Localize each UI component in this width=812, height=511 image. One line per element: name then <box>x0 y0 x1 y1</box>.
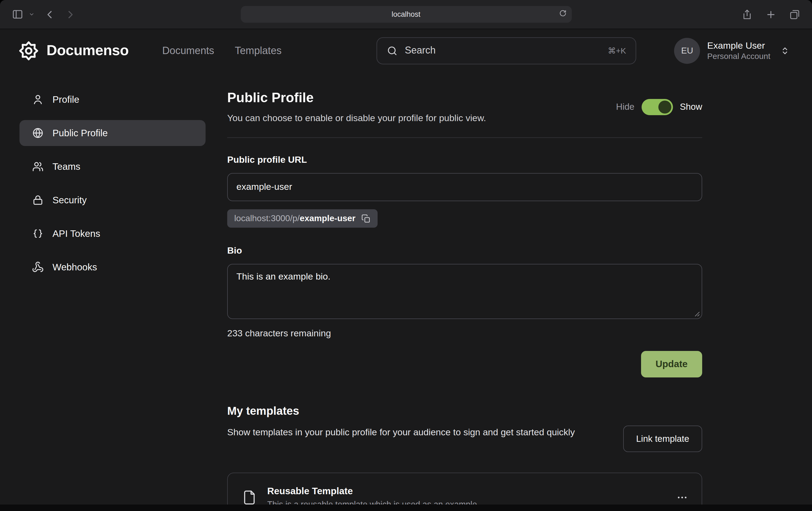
brand[interactable]: Documenso <box>18 40 129 61</box>
update-button[interactable]: Update <box>641 351 702 378</box>
toggle-thumb <box>658 100 671 113</box>
search-icon <box>387 45 398 56</box>
characters-remaining: 233 characters remaining <box>227 328 702 339</box>
profile-url-label: Public profile URL <box>227 155 702 166</box>
settings-sidebar: Profile Public Profile Teams Security <box>0 87 206 511</box>
toggle-show-label: Show <box>680 102 702 112</box>
share-icon[interactable] <box>741 8 754 21</box>
user-icon <box>31 94 45 106</box>
user-menu[interactable]: EU Example User Personal Account <box>674 37 791 63</box>
user-account-type: Personal Account <box>707 51 771 62</box>
visibility-toggle-group: Hide Show <box>616 99 702 115</box>
search-shortcut: ⌘+K <box>608 46 626 55</box>
sidebar-item-label: Security <box>53 194 87 206</box>
browser-chrome: localhost <box>0 0 812 29</box>
templates-heading: My templates <box>227 404 702 417</box>
page-subtitle: You can choose to enable or disable your… <box>227 113 486 124</box>
template-menu-button[interactable] <box>676 491 688 504</box>
search-input[interactable]: Search ⌘+K <box>377 37 636 64</box>
documenso-logo-icon <box>18 40 39 61</box>
braces-icon <box>31 228 45 240</box>
app-header: Documenso Documents Templates Search ⌘+K… <box>0 29 812 72</box>
globe-icon <box>31 127 45 139</box>
copy-icon[interactable] <box>361 214 371 223</box>
public-url-pill: localhost:3000/p/example-user <box>227 209 378 228</box>
profile-url-input[interactable] <box>227 173 702 201</box>
brand-name: Documenso <box>47 42 129 59</box>
page-title: Public Profile <box>227 90 486 106</box>
forward-button[interactable] <box>64 8 77 21</box>
sidebar-item-label: Profile <box>53 94 79 105</box>
nav-documents[interactable]: Documents <box>162 44 214 57</box>
sidebar-item-label: Public Profile <box>53 127 108 139</box>
top-nav: Documents Templates <box>162 44 282 57</box>
search-placeholder: Search <box>405 45 436 56</box>
tab-overview-icon[interactable] <box>788 8 801 21</box>
sidebar-item-label: Teams <box>53 161 80 172</box>
public-url-text: localhost:3000/p/example-user <box>234 214 355 223</box>
chevrons-up-down-icon <box>780 45 790 56</box>
file-icon <box>241 489 258 506</box>
new-tab-icon[interactable] <box>764 8 777 21</box>
window-bottom-edge <box>0 505 812 511</box>
bio-textarea[interactable]: This is an example bio. <box>227 264 702 319</box>
sidebar-item-profile[interactable]: Profile <box>20 87 206 113</box>
screen: localhost Documen <box>0 0 812 511</box>
lock-icon <box>31 194 45 206</box>
chevron-down-icon[interactable] <box>28 10 36 19</box>
templates-description: Show templates in your public profile fo… <box>227 426 606 440</box>
refresh-icon[interactable] <box>558 9 567 17</box>
link-template-button[interactable]: Link template <box>623 426 702 452</box>
divider <box>227 137 702 138</box>
user-name: Example User <box>707 40 771 51</box>
address-bar-url: localhost <box>392 10 420 19</box>
toggle-hide-label: Hide <box>616 102 635 112</box>
sidebar-item-label: Webhooks <box>53 262 97 273</box>
public-url-prefix: localhost:3000/p/ <box>234 214 300 223</box>
webhook-icon <box>31 261 45 273</box>
bio-label: Bio <box>227 245 702 256</box>
users-icon <box>31 160 45 173</box>
public-profile-panel: Public Profile You can choose to enable … <box>227 87 702 511</box>
sidebar-item-webhooks[interactable]: Webhooks <box>20 254 206 280</box>
my-templates-section: My templates Show templates in your publ… <box>227 404 702 511</box>
sidebar-item-api-tokens[interactable]: API Tokens <box>20 221 206 247</box>
nav-templates[interactable]: Templates <box>235 44 282 57</box>
back-button[interactable] <box>43 8 56 21</box>
sidebar-item-teams[interactable]: Teams <box>20 154 206 180</box>
sidebar-item-label: API Tokens <box>53 228 100 239</box>
address-bar[interactable]: localhost <box>240 6 572 23</box>
sidebar-toggle-icon[interactable] <box>11 7 24 21</box>
avatar: EU <box>674 37 700 63</box>
public-url-slug: example-user <box>300 214 355 223</box>
content: Profile Public Profile Teams Security <box>0 72 812 511</box>
template-name: Reusable Template <box>267 486 479 497</box>
sidebar-item-security[interactable]: Security <box>20 187 206 213</box>
profile-visibility-toggle[interactable] <box>641 99 673 115</box>
sidebar-item-public-profile[interactable]: Public Profile <box>20 120 206 146</box>
